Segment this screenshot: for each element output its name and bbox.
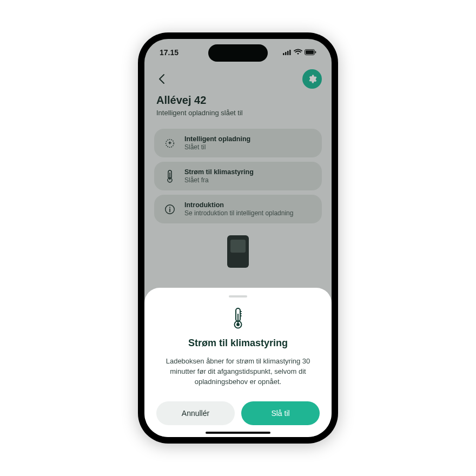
sheet-handle[interactable] <box>229 295 247 298</box>
sheet-buttons: Annullér Slå til <box>156 401 320 425</box>
sheet-title: Strøm til klimastyring <box>156 338 320 349</box>
cancel-button[interactable]: Annullér <box>156 401 235 425</box>
home-indicator[interactable] <box>206 432 270 434</box>
sheet-body: Ladeboksen åbner for strøm til klimastyr… <box>156 356 320 387</box>
phone-frame: 17.15 <box>138 32 338 444</box>
phone-screen: 17.15 <box>144 39 332 437</box>
confirm-button[interactable]: Slå til <box>241 401 320 425</box>
bottom-sheet: Strøm til klimastyring Ladeboksen åbner … <box>144 288 332 437</box>
thermometer-icon <box>229 306 247 330</box>
